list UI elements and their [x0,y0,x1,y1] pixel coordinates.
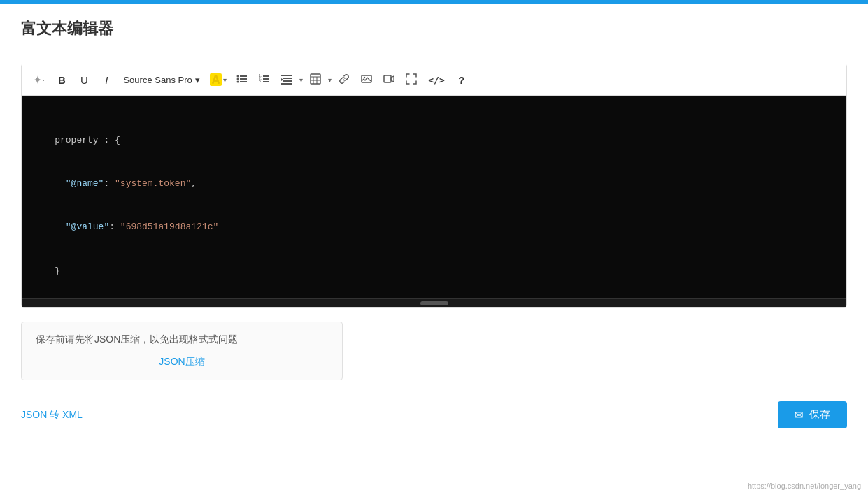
code-content[interactable]: property : { "@name": "system.token", "@… [22,96,846,298]
code-icon: </> [428,75,444,85]
editor-wrapper: ✦· B U I Source Sans Pro ▾ A ▾ [21,64,847,308]
toolbar: ✦· B U I Source Sans Pro ▾ A ▾ [22,64,846,96]
svg-rect-17 [311,74,320,84]
svg-rect-12 [281,75,292,76]
svg-rect-24 [384,75,391,82]
italic-button[interactable]: I [97,70,116,89]
media-icon [383,73,394,87]
svg-rect-15 [281,83,292,85]
svg-text:3.: 3. [259,79,262,83]
save-button[interactable]: ✉ 保存 [778,401,847,428]
fullscreen-icon [406,73,417,87]
fullscreen-button[interactable] [401,70,421,89]
code-line-1: property : { [33,134,835,148]
save-icon: ✉ [795,409,804,422]
hint-box: 保存前请先将JSON压缩，以免出现格式式问题 JSON压缩 [21,322,343,380]
svg-point-1 [237,78,239,80]
color-dropdown-arrow: ▾ [223,76,227,84]
indent-icon [281,73,292,87]
svg-rect-13 [283,78,292,79]
underline-button[interactable]: U [74,70,94,89]
font-name-label: Source Sans Pro [123,75,192,85]
magic-button[interactable]: ✦· [29,70,49,89]
font-selector[interactable]: Source Sans Pro ▾ [119,72,204,88]
save-label: 保存 [809,408,830,422]
hint-text: 保存前请先将JSON压缩，以免出现格式式问题 [36,333,328,346]
indent-button[interactable] [277,70,297,89]
help-button[interactable]: ? [452,70,471,89]
svg-rect-9 [263,75,269,77]
horizontal-scrollbar[interactable] [22,298,846,307]
code-line-3: "@value": "698d51a19d8a121c" [33,220,835,235]
watermark: https://blog.csdn.net/longer_yang [748,482,861,490]
svg-rect-3 [240,75,247,77]
svg-point-2 [237,80,239,82]
font-dropdown-arrow: ▾ [195,75,200,85]
scroll-thumb [420,301,448,305]
svg-rect-10 [263,78,269,80]
indent-arrow: ▾ [299,76,303,84]
svg-rect-11 [263,81,269,82]
json-xml-link[interactable]: JSON 转 XML [21,409,83,422]
unordered-list-button[interactable] [232,70,252,89]
magic-icon: ✦· [33,73,45,87]
color-a-icon: A [210,73,222,86]
image-button[interactable] [357,70,376,89]
code-line-4: } [33,264,835,279]
bottom-bar: JSON 转 XML ✉ 保存 [21,394,847,428]
bold-button[interactable]: B [52,70,71,89]
ordered-list-icon: 1. 2. 3. [259,73,270,87]
table-button[interactable] [306,70,325,89]
code-editor-area: property : { "@name": "system.token", "@… [22,96,846,307]
page-container: 富文本编辑器 ✦· B U I Source Sans Pro ▾ A ▾ [0,4,868,497]
unordered-list-icon [236,73,248,87]
link-icon [339,73,350,87]
image-icon [361,73,372,87]
svg-point-23 [364,76,365,78]
table-icon [310,73,321,87]
svg-rect-5 [240,81,247,82]
page-title: 富文本编辑器 [21,18,847,50]
media-button[interactable] [379,70,399,89]
svg-point-0 [237,75,239,77]
link-button[interactable] [334,70,354,89]
ordered-list-button[interactable]: 1. 2. 3. [255,70,274,89]
code-line-2: "@name": "system.token", [33,177,835,192]
table-arrow: ▾ [328,76,332,84]
source-code-button[interactable]: </> [424,70,448,89]
svg-rect-14 [283,80,292,82]
svg-rect-4 [240,78,247,80]
svg-marker-16 [281,78,283,81]
font-color-button[interactable]: A ▾ [207,71,230,89]
json-compress-link[interactable]: JSON压缩 [36,356,328,368]
